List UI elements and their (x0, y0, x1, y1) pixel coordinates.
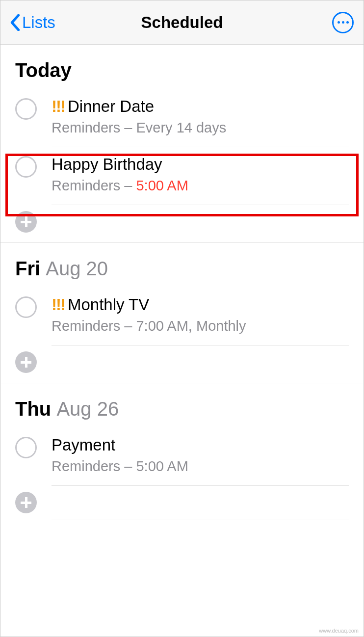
reminder-subtitle: Reminders – 5:00 AM (52, 178, 349, 194)
complete-toggle[interactable] (15, 98, 37, 120)
section-weekday: Thu (15, 398, 51, 420)
section-weekday: Today (15, 59, 72, 81)
reminder-subtitle: Reminders – 7:00 AM, Monthly (52, 318, 349, 334)
section-date: Aug 26 (56, 398, 119, 420)
complete-toggle[interactable] (15, 156, 37, 178)
priority-indicator: !!! (52, 295, 65, 314)
add-reminder-button[interactable] (0, 345, 364, 383)
plus-icon (15, 351, 37, 373)
reminder-subtitle: Reminders – 5:00 AM (52, 458, 349, 475)
section-date: Aug 20 (46, 258, 108, 279)
back-button[interactable]: Lists (10, 13, 55, 32)
reminder-title: Payment (52, 436, 349, 454)
section-today: Today !!! Dinner Date Reminders – Every … (0, 45, 364, 243)
chevron-left-icon (10, 14, 20, 31)
section-fri-aug-20: Fri Aug 20 !!! Monthly TV Reminders – 7:… (0, 243, 364, 383)
section-thu-aug-26: Thu Aug 26 Payment Reminders – 5:00 AM (0, 383, 364, 530)
complete-toggle[interactable] (15, 296, 37, 318)
section-header: Thu Aug 26 (0, 383, 364, 428)
reminder-title: !!! Monthly TV (52, 295, 349, 314)
add-reminder-button[interactable] (0, 486, 364, 530)
section-header: Fri Aug 20 (0, 243, 364, 288)
more-button[interactable] (332, 12, 354, 33)
plus-icon (15, 492, 37, 513)
reminders-content: Today !!! Dinner Date Reminders – Every … (0, 45, 364, 530)
reminder-item[interactable]: Happy Birthday Reminders – 5:00 AM (0, 147, 364, 205)
watermark: www.deuaq.com (319, 628, 359, 634)
reminder-title: !!! Dinner Date (52, 97, 349, 116)
reminder-title: Happy Birthday (52, 155, 349, 174)
section-header: Today (0, 45, 364, 89)
reminder-item[interactable]: !!! Monthly TV Reminders – 7:00 AM, Mont… (0, 288, 364, 345)
complete-toggle[interactable] (15, 437, 37, 458)
page-title: Scheduled (141, 13, 223, 32)
back-label: Lists (22, 13, 55, 32)
reminder-item[interactable]: !!! Dinner Date Reminders – Every 14 day… (0, 89, 364, 147)
section-weekday: Fri (15, 258, 40, 279)
ellipsis-icon (338, 21, 340, 24)
reminder-subtitle: Reminders – Every 14 days (52, 120, 349, 136)
add-reminder-button[interactable] (0, 205, 364, 242)
reminder-item[interactable]: Payment Reminders – 5:00 AM (0, 428, 364, 486)
navigation-bar: Lists Scheduled (0, 0, 364, 45)
plus-icon (15, 211, 37, 233)
priority-indicator: !!! (52, 97, 65, 116)
